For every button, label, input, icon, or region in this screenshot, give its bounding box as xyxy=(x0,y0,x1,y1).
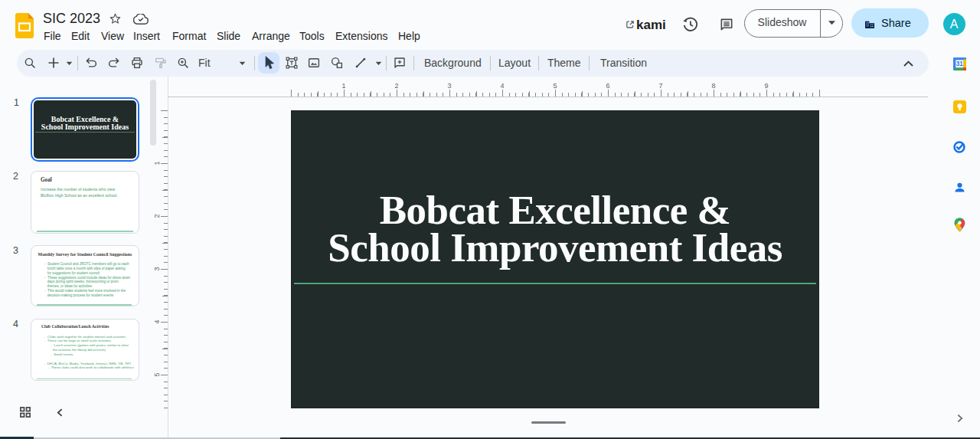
svg-text:31: 31 xyxy=(956,61,964,67)
